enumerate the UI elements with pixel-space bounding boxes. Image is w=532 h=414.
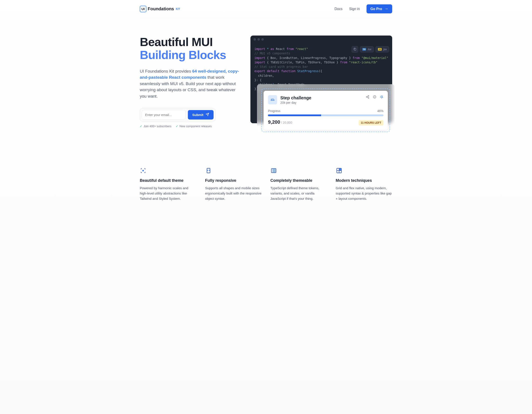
logo-icon: UI	[140, 6, 146, 12]
submit-label: Submit	[192, 113, 203, 117]
window-dot-icon	[261, 38, 264, 41]
feature-theme: Beautiful default theme Powered by harmo…	[140, 167, 196, 201]
feature-responsive: Fully responsive Supports all shapes and…	[205, 167, 262, 201]
email-form: Submit	[140, 108, 216, 121]
logo-kit: KIT	[176, 8, 180, 10]
go-pro-button[interactable]: Go Pro →	[367, 4, 392, 13]
copy-button[interactable]	[352, 46, 358, 53]
count-current: 9,200	[268, 119, 280, 125]
clipboard-icon	[353, 48, 356, 51]
email-input[interactable]	[142, 110, 186, 120]
stat-card-preview: Step challenge 20k per day	[257, 84, 394, 136]
feature-themeable: Completely themeable TypeScript defined …	[270, 167, 327, 201]
count-total: / 20,000	[281, 121, 292, 124]
header: UI Foundations KIT Docs Sign in Go Pro →	[140, 0, 392, 18]
hero-title-line2: Building Blocks	[140, 48, 226, 61]
progress-value: 46%	[377, 109, 383, 113]
code-toolbar: TS .tsx JS .jsx	[352, 46, 389, 53]
progress-label: Progress	[268, 109, 280, 113]
svg-rect-0	[354, 48, 356, 50]
svg-point-3	[368, 98, 369, 99]
progress-row: Progress 46%	[268, 109, 383, 113]
svg-rect-16	[339, 169, 341, 170]
hero-title: Beautiful MUI Building Blocks	[140, 36, 239, 62]
svg-point-1	[368, 95, 369, 96]
arrow-right-icon: →	[384, 7, 388, 11]
logo-text: Foundations	[148, 6, 174, 11]
stat-card: Step challenge 20k per day	[264, 91, 388, 130]
check-icon: ✓	[140, 125, 142, 128]
edit-icon[interactable]	[373, 95, 376, 100]
feature-desc: Powered by harmonic scales and high-leve…	[140, 185, 196, 201]
phone-icon	[205, 167, 212, 174]
feature-modern: Modern techniques Grid and flex native, …	[336, 167, 392, 201]
card-footer: 9,200 / 20,000 11 HOURS LEFT	[268, 119, 383, 125]
meta-subscribers: ✓Join 400+ subscribers	[140, 125, 171, 128]
card-title: Step challenge	[280, 95, 311, 101]
window-bar	[250, 36, 392, 43]
jsx-toggle[interactable]: JS .jsx	[376, 46, 389, 52]
feature-desc: Grid and flex native, using modern, supp…	[336, 185, 392, 201]
scan-icon	[140, 167, 146, 174]
submit-button[interactable]: Submit	[188, 110, 214, 120]
tsx-toggle[interactable]: TS .tsx	[360, 46, 374, 52]
nav-docs[interactable]: Docs	[334, 7, 342, 11]
nav-signin[interactable]: Sign in	[349, 7, 360, 11]
progress-fill	[268, 114, 321, 116]
meta-releases: ✓New component releases	[176, 125, 212, 128]
feature-desc: TypeScript defined theme tokens, variant…	[270, 185, 327, 201]
hero-left: Beautiful MUI Building Blocks UI Foundat…	[140, 36, 239, 128]
send-icon	[206, 113, 209, 117]
card-actions	[366, 95, 383, 100]
share-icon[interactable]	[366, 95, 369, 100]
window-dot-icon	[254, 38, 256, 41]
check-icon: ✓	[176, 125, 178, 128]
nav: Docs Sign in Go Pro →	[334, 4, 392, 13]
stat-card-dashed: Step challenge 20k per day	[261, 89, 390, 132]
pin-icon[interactable]	[380, 95, 383, 100]
svg-line-4	[367, 96, 368, 97]
feature-title: Fully responsive	[205, 178, 262, 183]
card-subtitle: 20k per day	[280, 101, 311, 104]
card-header-left: Step challenge 20k per day	[268, 95, 311, 104]
js-badge-icon: JS	[378, 48, 382, 51]
progress-bar	[268, 114, 383, 116]
feature-title: Completely themeable	[270, 178, 327, 183]
hero-description: UI Foundations Kit provides 64 well-desi…	[140, 68, 239, 100]
card-header: Step challenge 20k per day	[268, 95, 383, 104]
logo[interactable]: UI Foundations KIT	[140, 6, 180, 12]
grid-icon	[336, 167, 342, 174]
svg-point-2	[366, 96, 367, 97]
go-pro-label: Go Pro	[370, 7, 382, 11]
code-panel: TS .tsx JS .jsx import * as React from "…	[250, 36, 392, 123]
window-dot-icon	[257, 38, 260, 41]
hero: Beautiful MUI Building Blocks UI Foundat…	[140, 18, 392, 141]
svg-point-7	[142, 170, 144, 172]
feature-title: Beautiful default theme	[140, 178, 196, 183]
shoe-icon	[268, 95, 277, 104]
time-left-badge: 11 HOURS LEFT	[359, 120, 383, 125]
svg-line-5	[367, 97, 368, 98]
ts-badge-icon: TS	[362, 48, 366, 51]
subscribe-meta: ✓Join 400+ subscribers ✓New component re…	[140, 125, 239, 128]
feature-desc: Supports all shapes and mobile sizes erg…	[205, 185, 262, 201]
hero-title-line1: Beautiful MUI	[140, 35, 213, 48]
features: Beautiful default theme Powered by harmo…	[140, 141, 392, 214]
feature-title: Modern techniques	[336, 178, 392, 183]
layout-icon	[270, 167, 277, 174]
